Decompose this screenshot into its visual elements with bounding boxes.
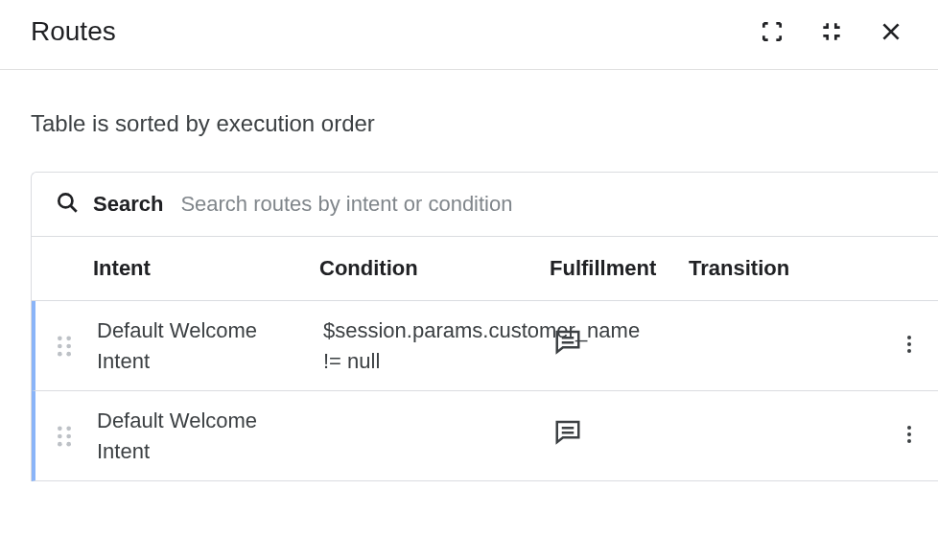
column-header-condition: Condition — [319, 256, 550, 281]
svg-point-9 — [907, 336, 911, 339]
fullscreen-icon[interactable] — [756, 15, 788, 48]
svg-point-22 — [907, 439, 911, 443]
close-icon[interactable] — [875, 15, 907, 48]
panel-header: Routes — [0, 0, 938, 70]
table-row[interactable]: Default Welcome Intent — [32, 391, 938, 481]
search-label: Search — [93, 192, 163, 217]
svg-point-20 — [907, 426, 911, 430]
drag-handle-icon[interactable] — [35, 423, 93, 450]
column-header-intent: Intent — [89, 256, 319, 281]
search-bar: Search — [32, 173, 938, 237]
search-icon — [55, 190, 80, 219]
page-title: Routes — [31, 16, 116, 47]
column-header-fulfillment: Fulfillment — [550, 256, 689, 281]
svg-point-17 — [66, 441, 71, 446]
svg-point-11 — [907, 349, 911, 353]
svg-point-14 — [58, 433, 62, 438]
svg-point-4 — [66, 343, 71, 348]
column-header-transition: Transition — [689, 256, 880, 281]
chat-icon — [553, 337, 582, 361]
svg-point-16 — [58, 441, 62, 446]
svg-point-2 — [66, 336, 71, 340]
svg-point-0 — [59, 194, 72, 207]
svg-point-10 — [907, 342, 911, 346]
svg-point-21 — [907, 432, 911, 436]
svg-point-6 — [66, 351, 71, 356]
svg-point-3 — [58, 343, 62, 348]
fulfillment-cell — [553, 417, 692, 455]
intent-cell: Default Welcome Intent — [93, 315, 323, 377]
header-actions — [756, 15, 907, 48]
more-vert-icon[interactable] — [898, 333, 921, 360]
more-vert-icon[interactable] — [898, 423, 921, 450]
svg-point-1 — [58, 336, 62, 340]
routes-table: Search Intent Condition Fulfillment Tran… — [31, 172, 938, 481]
sort-description: Table is sorted by execution order — [0, 70, 938, 172]
drag-handle-icon[interactable] — [35, 333, 93, 360]
svg-point-12 — [58, 426, 62, 431]
chat-icon — [553, 427, 582, 451]
table-header-row: Intent Condition Fulfillment Transition — [32, 237, 938, 301]
condition-cell: $session.params.customer_name != null — [323, 315, 553, 377]
search-input[interactable] — [180, 192, 915, 217]
svg-point-13 — [66, 426, 71, 431]
fulfillment-cell — [553, 327, 692, 364]
svg-point-15 — [66, 433, 71, 438]
table-row[interactable]: Default Welcome Intent $session.params.c… — [32, 301, 938, 391]
svg-point-5 — [58, 351, 62, 356]
intent-cell: Default Welcome Intent — [93, 406, 323, 467]
exit-fullscreen-icon[interactable] — [815, 15, 848, 48]
